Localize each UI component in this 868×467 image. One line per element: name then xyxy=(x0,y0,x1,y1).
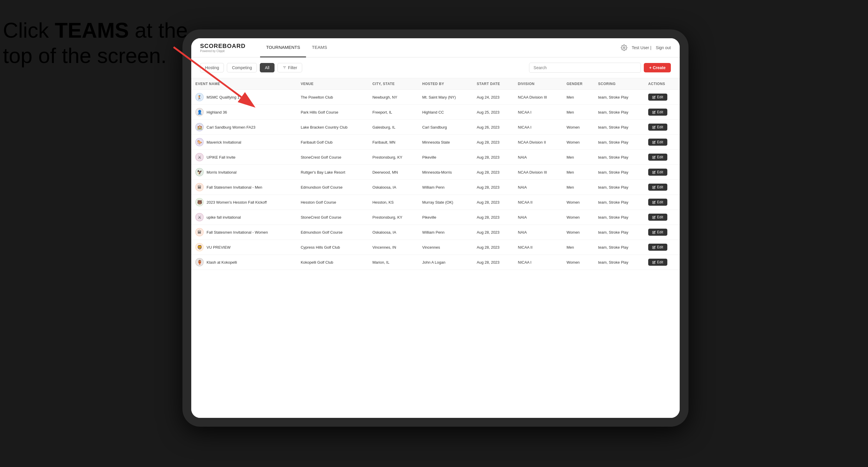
table-row: ⚔ upike fall invitational StoneCrest Gol… xyxy=(191,210,680,225)
team-icon: 🐻 xyxy=(195,198,204,206)
team-icon: 🏌 xyxy=(195,93,204,101)
cell-scoring: team, Stroke Play xyxy=(594,225,644,240)
edit-button[interactable]: Edit xyxy=(648,168,667,176)
table-header-row: EVENT NAME VENUE CITY, STATE HOSTED BY S… xyxy=(191,78,680,90)
edit-button[interactable]: Edit xyxy=(648,108,667,116)
cell-scoring: team, Stroke Play xyxy=(594,90,644,105)
table-row: 🏛 Fall Statesmen Invitational - Women Ed… xyxy=(191,225,680,240)
cell-hosted-by: Pikeville xyxy=(418,210,472,225)
cell-city-state: Vincennes, IN xyxy=(368,240,418,255)
cell-venue: Kokopelli Golf Club xyxy=(297,255,368,270)
team-icon: 👤 xyxy=(195,108,204,116)
cell-venue: Faribault Golf Club xyxy=(297,135,368,150)
edit-button[interactable]: Edit xyxy=(648,199,667,206)
edit-button[interactable]: Edit xyxy=(648,214,667,221)
nav-signout[interactable]: Sign out xyxy=(656,45,671,50)
filter-button[interactable]: Filter xyxy=(277,63,302,72)
cell-hosted-by: Murray State (OK) xyxy=(418,195,472,210)
cell-actions: Edit xyxy=(644,195,680,210)
cell-city-state: Freeport, IL xyxy=(368,105,418,120)
nav-right: Test User | Sign out xyxy=(621,44,671,51)
edit-button[interactable]: Edit xyxy=(648,94,667,101)
edit-button[interactable]: Edit xyxy=(648,138,667,146)
cell-hosted-by: William Penn xyxy=(418,225,472,240)
team-icon: 🏛 xyxy=(195,183,204,191)
cell-division: NCAA Division II xyxy=(514,135,563,150)
cell-venue: Edmundson Golf Course xyxy=(297,225,368,240)
cell-hosted-by: Highland CC xyxy=(418,105,472,120)
cell-hosted-by: Minnesota-Morris xyxy=(418,165,472,180)
cell-gender: Men xyxy=(563,240,594,255)
table-row: 🐎 Maverick Invitational Faribault Golf C… xyxy=(191,135,680,150)
event-name-text: Fall Statesmen Invitational - Women xyxy=(207,230,268,235)
table-row: 🐻 2023 Women's Hesston Fall Kickoff Hess… xyxy=(191,195,680,210)
nav-teams[interactable]: TEAMS xyxy=(306,38,333,57)
cell-scoring: team, Stroke Play xyxy=(594,105,644,120)
cell-gender: Men xyxy=(563,180,594,195)
cell-venue: Hesston Golf Course xyxy=(297,195,368,210)
edit-button[interactable]: Edit xyxy=(648,124,667,131)
col-event-name: EVENT NAME xyxy=(191,78,297,90)
cell-event-name: 🦅 Morris Invitational xyxy=(191,165,297,180)
all-tab[interactable]: All xyxy=(260,63,275,72)
cell-scoring: team, Stroke Play xyxy=(594,240,644,255)
col-venue: VENUE xyxy=(297,78,368,90)
table-row: 🏺 Klash at Kokopelli Kokopelli Golf Club… xyxy=(191,255,680,270)
instruction-text: Click TEAMS at the top of the screen. xyxy=(3,18,188,68)
cell-hosted-by: Vincennes xyxy=(418,240,472,255)
cell-start-date: Aug 28, 2023 xyxy=(472,135,514,150)
cell-division: NCAA Division III xyxy=(514,90,563,105)
hosting-tab[interactable]: Hosting xyxy=(200,63,224,72)
search-input[interactable] xyxy=(529,63,641,73)
table-row: ⚔ UPIKE Fall Invite StoneCrest Golf Cour… xyxy=(191,150,680,165)
team-icon: 🐎 xyxy=(195,138,204,146)
tablet-screen: SCOREBOARD Powered by Clippit TOURNAMENT… xyxy=(191,38,680,418)
tournaments-table: EVENT NAME VENUE CITY, STATE HOSTED BY S… xyxy=(191,78,680,270)
team-icon: ⚔ xyxy=(195,213,204,221)
cell-venue: Lake Bracken Country Club xyxy=(297,120,368,135)
event-name-text: upike fall invitational xyxy=(207,215,241,220)
col-scoring: SCORING xyxy=(594,78,644,90)
table-row: 🏌 MSMC Qualifying 1 The Powelton Club Ne… xyxy=(191,90,680,105)
cell-gender: Women xyxy=(563,255,594,270)
edit-icon xyxy=(652,156,656,159)
cell-division: NAIA xyxy=(514,150,563,165)
cell-city-state: Prestonsburg, KY xyxy=(368,210,418,225)
cell-event-name: ⚔ UPIKE Fall Invite xyxy=(191,150,297,165)
cell-actions: Edit xyxy=(644,210,680,225)
cell-venue: Park Hills Golf Course xyxy=(297,105,368,120)
cell-gender: Men xyxy=(563,165,594,180)
edit-icon xyxy=(652,111,656,114)
cell-city-state: Deerwood, MN xyxy=(368,165,418,180)
edit-button[interactable]: Edit xyxy=(648,259,667,266)
cell-venue: StoneCrest Golf Course xyxy=(297,210,368,225)
col-actions: ACTIONS xyxy=(644,78,680,90)
content-area: Hosting Competing All Filter + Create xyxy=(191,57,680,418)
cell-scoring: team, Stroke Play xyxy=(594,180,644,195)
cell-start-date: Aug 28, 2023 xyxy=(472,150,514,165)
cell-start-date: Aug 28, 2023 xyxy=(472,165,514,180)
cell-scoring: team, Stroke Play xyxy=(594,195,644,210)
cell-actions: Edit xyxy=(644,240,680,255)
cell-event-name: 🏌 MSMC Qualifying 1 xyxy=(191,90,297,105)
cell-actions: Edit xyxy=(644,135,680,150)
cell-scoring: team, Stroke Play xyxy=(594,210,644,225)
nav-tournaments[interactable]: TOURNAMENTS xyxy=(260,38,306,57)
settings-icon[interactable] xyxy=(621,44,627,51)
edit-button[interactable]: Edit xyxy=(648,229,667,236)
toolbar: Hosting Competing All Filter + Create xyxy=(191,57,680,78)
cell-event-name: 🐎 Maverick Invitational xyxy=(191,135,297,150)
edit-button[interactable]: Edit xyxy=(648,154,667,161)
cell-hosted-by: Pikeville xyxy=(418,150,472,165)
cell-event-name: ⚔ upike fall invitational xyxy=(191,210,297,225)
edit-button[interactable]: Edit xyxy=(648,244,667,251)
create-button[interactable]: + Create xyxy=(644,63,671,72)
tablet-frame: SCOREBOARD Powered by Clippit TOURNAMENT… xyxy=(182,29,688,427)
edit-button[interactable]: Edit xyxy=(648,184,667,191)
edit-icon xyxy=(652,231,656,234)
cell-start-date: Aug 24, 2023 xyxy=(472,90,514,105)
cell-start-date: Aug 28, 2023 xyxy=(472,255,514,270)
col-city-state: CITY, STATE xyxy=(368,78,418,90)
competing-tab[interactable]: Competing xyxy=(227,63,257,72)
cell-hosted-by: John A Logan xyxy=(418,255,472,270)
